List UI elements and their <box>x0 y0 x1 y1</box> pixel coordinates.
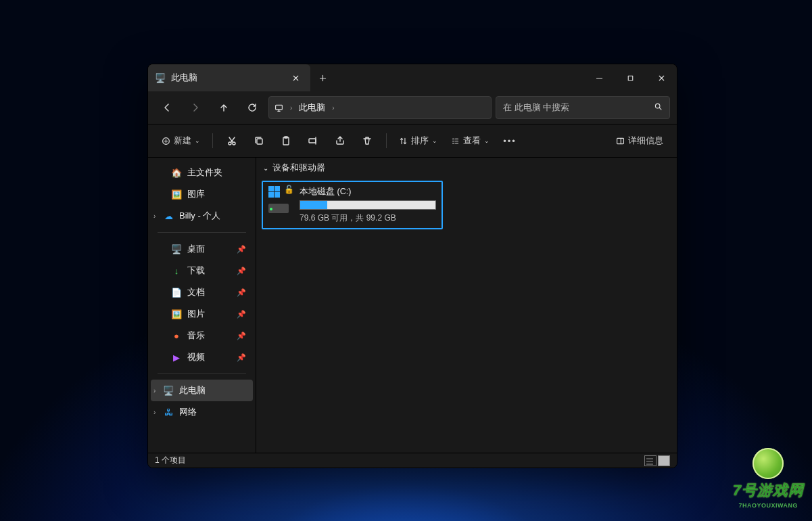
navigation-pane: 🏠 主文件夹 🖼️ 图库 › ☁ Billy - 个人 🖥️ 桌面 📌 ↓ 下载 <box>148 158 256 453</box>
rename-icon <box>308 135 318 146</box>
sidebar-item-label: 下载 <box>187 265 205 277</box>
more-button[interactable]: ••• <box>498 129 522 152</box>
monitor-icon: 🖥️ <box>163 385 174 396</box>
nav-forward-button[interactable] <box>183 95 208 120</box>
tab-thispc[interactable]: 🖥️ 此电脑 <box>148 64 310 91</box>
drive-icon: 🔓 <box>268 186 293 213</box>
drive-info: 本地磁盘 (C:) 79.6 GB 可用，共 99.2 GB <box>300 186 436 224</box>
details-pane-button[interactable]: 详细信息 <box>611 129 669 152</box>
document-icon: 📄 <box>171 287 182 298</box>
pin-icon: 📌 <box>237 245 246 254</box>
chevron-right-icon[interactable]: › <box>153 212 156 220</box>
navigation-bar: › 此电脑 › 在 此电脑 中搜索 <box>148 91 677 124</box>
sidebar-item-downloads[interactable]: ↓ 下载 📌 <box>151 260 253 281</box>
chevron-down-icon: ⌄ <box>263 164 268 172</box>
sidebar-item-home[interactable]: 🏠 主文件夹 <box>151 162 253 183</box>
breadcrumb-location[interactable]: 此电脑 <box>299 101 325 114</box>
chevron-right-icon[interactable]: › <box>153 409 156 416</box>
cut-button[interactable] <box>220 129 244 152</box>
sidebar-item-label: 图库 <box>187 188 205 200</box>
drive-capacity-bar <box>300 200 436 210</box>
svg-rect-10 <box>617 138 624 143</box>
sidebar-item-label: 图片 <box>187 308 205 320</box>
drive-subtext: 79.6 GB 可用，共 99.2 GB <box>300 212 436 224</box>
chevron-down-icon: ⌄ <box>484 137 489 144</box>
music-icon: ● <box>171 330 182 341</box>
close-icon <box>657 74 666 83</box>
sidebar-item-label: 此电脑 <box>179 384 206 397</box>
pictures-icon: 🖼️ <box>171 309 182 319</box>
sidebar-item-label: 网络 <box>179 406 197 418</box>
content-pane: ⌄ 设备和驱动器 🔓 本地磁盘 (C:) 79.6 GB 可用，共 99.2 G… <box>256 158 677 453</box>
sort-button[interactable]: 排序 ⌄ <box>393 129 443 152</box>
title-bar: 🖥️ 此电脑 <box>148 64 677 91</box>
drive-led-icon <box>270 208 272 210</box>
view-tiles-button[interactable] <box>658 455 670 466</box>
arrow-right-icon <box>190 102 201 113</box>
pin-icon: 📌 <box>237 288 246 297</box>
details-label: 详细信息 <box>628 135 663 147</box>
trash-icon <box>362 135 373 146</box>
chevron-right-icon[interactable]: › <box>153 387 156 394</box>
sort-label: 排序 <box>411 135 429 147</box>
refresh-icon <box>247 102 258 113</box>
watermark-sub: 7HAOYOUXIWANG <box>739 502 798 509</box>
svg-rect-6 <box>257 139 262 144</box>
window-minimize-button[interactable] <box>583 64 615 91</box>
nav-up-button[interactable] <box>212 95 236 120</box>
pin-icon: 📌 <box>237 310 246 319</box>
pin-icon: 📌 <box>237 332 246 340</box>
delete-button[interactable] <box>355 129 379 152</box>
paste-icon <box>281 135 291 146</box>
drive-c[interactable]: 🔓 本地磁盘 (C:) 79.6 GB 可用，共 99.2 GB <box>262 181 443 229</box>
explorer-window: 🖥️ 此电脑 › 此电脑 › 在 此电脑 中搜索 <box>147 64 677 468</box>
window-maximize-button[interactable] <box>615 64 646 91</box>
desktop-icon: 🖥️ <box>171 244 182 254</box>
sidebar-item-label: 视频 <box>187 351 205 363</box>
window-controls <box>583 64 677 91</box>
svg-rect-1 <box>276 105 283 110</box>
status-bar: 1 个项目 <box>148 453 677 468</box>
search-input[interactable]: 在 此电脑 中搜索 <box>496 96 670 119</box>
sidebar-item-thispc[interactable]: › 🖥️ 此电脑 <box>151 380 253 401</box>
new-tab-button[interactable] <box>310 64 335 91</box>
separator <box>212 133 213 148</box>
sidebar-item-videos[interactable]: ▶ 视频 📌 <box>151 346 253 368</box>
sidebar-item-onedrive[interactable]: › ☁ Billy - 个人 <box>151 205 253 227</box>
watermark-title: 7号游戏网 <box>733 480 804 501</box>
search-placeholder: 在 此电脑 中搜索 <box>503 101 569 114</box>
share-button[interactable] <box>328 129 352 152</box>
home-icon: 🏠 <box>171 167 182 178</box>
sidebar-item-documents[interactable]: 📄 文档 📌 <box>151 281 253 303</box>
explorer-body: 🏠 主文件夹 🖼️ 图库 › ☁ Billy - 个人 🖥️ 桌面 📌 ↓ 下载 <box>148 158 677 453</box>
network-icon: 🖧 <box>163 407 174 417</box>
arrow-left-icon <box>162 102 172 113</box>
status-text: 1 个项目 <box>155 455 186 466</box>
paste-button[interactable] <box>274 129 298 152</box>
sidebar-item-desktop[interactable]: 🖥️ 桌面 📌 <box>151 238 253 260</box>
tab-close-button[interactable] <box>287 70 304 86</box>
sidebar-item-music[interactable]: ● 音乐 📌 <box>151 325 253 346</box>
cloud-icon: ☁ <box>163 210 174 221</box>
window-close-button[interactable] <box>646 64 677 91</box>
chevron-right-icon: › <box>332 104 334 112</box>
group-header-devices[interactable]: ⌄ 设备和驱动器 <box>256 158 677 178</box>
new-button[interactable]: 新建 ⌄ <box>156 129 206 152</box>
drive-capacity-fill <box>300 201 327 209</box>
rename-button[interactable] <box>301 129 325 152</box>
view-list-button[interactable] <box>644 455 656 466</box>
view-button[interactable]: 查看 ⌄ <box>446 129 495 152</box>
sidebar-item-gallery[interactable]: 🖼️ 图库 <box>151 183 253 205</box>
view-label: 查看 <box>463 135 481 147</box>
nav-back-button[interactable] <box>155 95 179 120</box>
separator <box>158 232 246 233</box>
sidebar-item-pictures[interactable]: 🖼️ 图片 📌 <box>151 303 253 325</box>
address-bar[interactable]: › 此电脑 › <box>268 96 492 119</box>
sidebar-item-network[interactable]: › 🖧 网络 <box>151 401 253 423</box>
nav-refresh-button[interactable] <box>240 95 264 120</box>
sidebar-item-label: 文档 <box>187 286 205 298</box>
details-pane-icon <box>616 137 625 145</box>
arrow-up-icon <box>218 102 229 113</box>
copy-button[interactable] <box>247 129 271 152</box>
sidebar-item-label: Billy - 个人 <box>179 210 220 222</box>
